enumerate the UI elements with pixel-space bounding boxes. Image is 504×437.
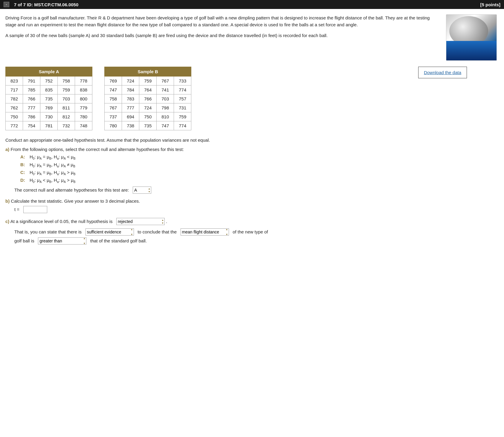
comparison-select[interactable]: greater than less than equal to [38,238,86,244]
table-cell: 784 [122,85,139,94]
option-b-text: H0: μA = μB, Ha: μA ≠ μB [30,162,75,168]
table-cell: 800 [75,94,92,103]
table-cell: 766 [139,94,157,103]
table-cell: 811 [58,103,75,112]
table-cell: 791 [23,77,40,85]
table-cell: 731 [174,103,191,112]
hypothesis-select-wrapper[interactable]: A B C D [133,187,151,194]
table-cell: 823 [6,77,23,85]
intro-paragraph2: A sample of 30 of the new balls (sample … [5,32,440,39]
that-is-line: That is, you can state that there is suf… [5,227,497,236]
table-cell: 780 [75,112,92,121]
part-c-question: At a significance level of 0.05, the nul… [10,219,113,224]
table-row: 767777724798731 [105,103,191,112]
sample-a-header: Sample A [6,67,92,77]
part-b-label: b) [5,198,10,204]
table-cell: 777 [23,103,40,112]
question-info: 7 of 7 ID: MST.CP.CTM.06.0050 [14,2,79,7]
table-cell: 767 [157,77,174,85]
table-cell: 778 [75,77,92,85]
mean-select[interactable]: mean flight distance mean distance [181,229,229,235]
table-row: 747784764741774 [105,85,191,94]
table-cell: 780 [105,121,122,130]
table-cell: 752 [40,77,58,85]
table-cell: 724 [122,77,139,85]
table-cell: 838 [75,85,92,94]
table-cell: 772 [6,121,23,130]
golf-ball-image [446,14,497,61]
option-d-text: H0: μA < μB, Ha: μA > μB [30,178,75,184]
table-cell: 747 [157,121,174,130]
table-row: 772754781732748 [6,121,92,130]
comparison-select-wrapper[interactable]: greater than less than equal to [38,237,86,245]
option-d-label: D: [20,178,28,183]
table-cell: 758 [105,94,122,103]
table-cell: 759 [174,112,191,121]
table-row: 769724759767733 [105,77,191,85]
that-is-text: That is, you can state that there is [14,229,82,234]
table-cell: 835 [40,85,58,94]
table-cell: 762 [6,103,23,112]
golf-ball-label: golf ball is [14,238,34,243]
part-a-options: A: H0: μA = μB, Ha: μA < μB B: H0: μA = … [11,154,497,184]
table-cell: 774 [174,121,191,130]
table-cell: 733 [174,77,191,85]
table-cell: 769 [105,77,122,85]
sample-b-table: Sample B 7697247597677337477847647417747… [104,67,191,130]
answer-prompt: The correct null and alternate hypothese… [14,187,129,192]
part-c: c) At a significance level of 0.05, the … [5,218,497,245]
table-cell: 748 [75,121,92,130]
table-cell: 750 [139,112,157,121]
evidence-select-wrapper[interactable]: sufficient evidence insufficient evidenc… [85,228,134,236]
table-cell: 774 [174,85,191,94]
table-cell: 694 [122,112,139,121]
table-cell: 737 [105,112,122,121]
hypothesis-select[interactable]: A B C D [133,187,151,193]
table-cell: 777 [122,103,139,112]
standard-text: that of the standard golf ball. [90,238,147,243]
option-d-row: D: H0: μA < μB, Ha: μA > μB [11,178,497,184]
table-cell: 798 [157,103,174,112]
table-cell: 783 [122,94,139,103]
part-a-label: a) [5,147,9,152]
option-b-row: B: H0: μA = μB, Ha: μA ≠ μB [11,162,497,168]
option-c-row: C: H0: μA = μB, Ha: μA > μB [11,170,497,176]
table-cell: 769 [40,103,58,112]
minimize-button[interactable]: - [4,2,9,7]
mean-select-wrapper[interactable]: mean flight distance mean distance [181,228,229,236]
table-cell: 786 [23,112,40,121]
table-cell: 781 [40,121,58,130]
option-c-text: H0: μA = μB, Ha: μA > μB [30,170,75,176]
option-b-label: B: [20,162,28,167]
table-cell: 767 [105,103,122,112]
option-a-label: A: [20,154,28,159]
t-input[interactable] [23,206,47,213]
option-c-label: C: [20,170,28,175]
table-row: 717785835759838 [6,85,92,94]
null-hypothesis-select[interactable]: rejected not rejected [117,218,164,225]
table-cell: 732 [58,121,75,130]
table-cell: 754 [23,121,40,130]
download-link[interactable]: Download the data [418,67,467,78]
option-a-text: H0: μA = μB, Ha: μA < μB [30,154,75,160]
part-b-question: Calculate the test statistic. Give your … [11,198,140,204]
table-row: 782766735703800 [6,94,92,103]
option-a-row: A: H0: μA = μB, Ha: μA < μB [11,154,497,160]
evidence-select[interactable]: sufficient evidence insufficient evidenc… [86,229,134,235]
part-c-label: c) [5,219,9,224]
table-row: 823791752758778 [6,77,92,85]
table-cell: 717 [6,85,23,94]
part-b: b) Calculate the test statistic. Give yo… [5,198,497,213]
part-a: a) From the following options, select th… [5,147,497,194]
intro-text: Driving Force is a golf ball manufacture… [5,14,440,61]
table-cell: 782 [6,94,23,103]
table-cell: 735 [40,94,58,103]
table-row: 758783766703757 [105,94,191,103]
table-cell: 724 [139,103,157,112]
table-cell: 741 [157,85,174,94]
table-cell: 759 [139,77,157,85]
null-hypothesis-select-wrapper[interactable]: rejected not rejected [116,218,165,225]
golf-ball-line: golf ball is greater than less than equa… [5,236,497,245]
intro-paragraph1: Driving Force is a golf ball manufacture… [5,14,440,28]
table-row: 780738735747774 [105,121,191,130]
